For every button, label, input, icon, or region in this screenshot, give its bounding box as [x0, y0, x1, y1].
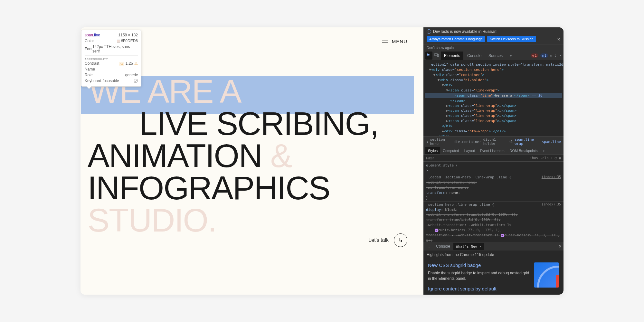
hero-heading: WE ARE A LIVE SCRIBING, ANIMATION & INFO… [81, 76, 423, 237]
device-icon[interactable]: ▢ [555, 156, 557, 160]
tabs-overflow-icon[interactable]: » [507, 52, 515, 60]
styles-filter-bar: :hov .cls + ▢ ▣ [423, 155, 564, 162]
svg-rect-0 [435, 53, 437, 56]
hero-section: WE ARE A LIVE SCRIBING, ANIMATION & INFO… [81, 76, 423, 237]
tooltip-color-value: #F0DED6 [121, 39, 138, 43]
banner-dont-show[interactable]: Don't show again [423, 44, 564, 51]
news-image [534, 262, 559, 288]
drawer-tab-whatsnew[interactable]: What's New× [453, 243, 484, 250]
error-count-badge[interactable]: ⊗1 [531, 53, 538, 58]
cta-label: Let's talk [368, 237, 389, 243]
tab-sources[interactable]: Sources [485, 52, 506, 60]
devtools-drawer: ⋮ Console What's New× × Highlights from … [423, 242, 564, 295]
devtools-main-tabs: Elements Console Sources » ⊗1 ▮1 ⚙ ⋮ × [423, 51, 564, 60]
a11y-contrast-label: Contrast [85, 61, 99, 66]
banner-switch-button[interactable]: Switch DevTools to Russian [487, 36, 536, 42]
arrow-icon: ↳ [394, 233, 407, 247]
news-desc-1: Enable the subgrid badge to inspect and … [428, 270, 530, 281]
whatsnew-highlights: Highlights from the Chrome 115 update [423, 251, 564, 259]
menu-label[interactable]: MENU [392, 39, 407, 44]
inspect-tool-icon[interactable] [425, 52, 432, 60]
hamburger-icon[interactable] [382, 41, 388, 43]
hero-line-5: STUDIO. [81, 204, 423, 237]
whatsnew-content: New CSS subgrid badge Enable the subgrid… [423, 259, 564, 295]
hero-line-3: ANIMATION & [81, 140, 423, 172]
hero-line-2: LIVE SCRIBING, [81, 108, 423, 140]
close-icon[interactable]: × [557, 36, 560, 42]
warning-icon: ⚠ [134, 61, 138, 66]
tooltip-class: .line [93, 33, 100, 37]
styles-pane[interactable]: element.style { } (index):35.loaded .sec… [423, 162, 564, 242]
a11y-name-label: Name [85, 67, 95, 71]
selected-dom-node: <span class="line">We are a </span>== $0 [425, 93, 562, 98]
settings-icon[interactable]: ⚙ [550, 53, 552, 58]
styles-filter-input[interactable] [426, 156, 530, 160]
banner-message: DevTools is now available in Russian! [433, 29, 497, 34]
news-title-2[interactable]: Ignore content scripts by default [428, 286, 530, 291]
new-rule-icon[interactable]: + [551, 156, 553, 160]
drawer-kebab-icon[interactable]: ⋮ [425, 244, 433, 249]
tab-layout[interactable]: Layout [462, 147, 478, 154]
tooltip-color-label: Color [85, 39, 94, 43]
dom-tree[interactable]: ection1" data-scroll-section-inview styl… [423, 60, 564, 136]
kebab-icon[interactable]: ⋮ [554, 53, 557, 58]
device-toggle-icon[interactable] [433, 53, 440, 58]
aa-badge-icon: Aa [119, 62, 124, 66]
info-icon: i [427, 29, 431, 34]
not-focusable-icon [134, 79, 138, 83]
tooltip-font-label: Font [85, 47, 92, 51]
tooltip-a11y-header: ACCESSIBILITY [85, 55, 138, 61]
tab-computed[interactable]: Computed [440, 147, 462, 154]
banner-match-button[interactable]: Always match Chrome's language [427, 36, 485, 42]
breadcrumb[interactable]: ◂ section-hero div.container div.h1-hold… [423, 136, 564, 147]
a11y-kbd-label: Keyboard-focusable [85, 79, 119, 83]
hero-line-4: INFOGRAPHICS [81, 172, 423, 204]
a11y-role-label: Role [85, 73, 93, 77]
color-swatch-icon [117, 40, 120, 43]
cta-lets-talk[interactable]: Let's talk ↳ [368, 233, 407, 247]
svg-rect-1 [437, 54, 439, 57]
devtools-pane: i DevTools is now available in Russian! … [423, 27, 564, 295]
inspect-tooltip: span.line 1158 × 132 Color #F0DED6 Font … [81, 30, 141, 87]
tab-event-listeners[interactable]: Event Listeners [478, 147, 507, 154]
hov-toggle[interactable]: :hov [530, 156, 538, 160]
tab-styles[interactable]: Styles [425, 147, 440, 154]
tooltip-font-value: 142px TTHoves, sans-serif [92, 44, 138, 53]
close-devtools-icon[interactable]: × [559, 53, 562, 58]
cls-toggle[interactable]: .cls [540, 156, 549, 160]
tooltip-dimensions: 1158 × 132 [118, 33, 138, 37]
close-tab-icon[interactable]: × [479, 244, 481, 249]
tab-elements[interactable]: Elements [441, 52, 463, 60]
styles-tabs-overflow-icon[interactable]: » [540, 147, 547, 154]
tooltip-tag: span [85, 33, 93, 37]
website-pane: MENU span.line 1158 × 132 Color #F0DED6 … [80, 27, 423, 295]
devtools-banner: i DevTools is now available in Russian! … [423, 27, 564, 44]
site-header: MENU [382, 39, 407, 44]
a11y-contrast-value: 1.25 [126, 61, 133, 66]
tab-console[interactable]: Console [464, 52, 485, 60]
close-drawer-icon[interactable]: × [559, 243, 562, 249]
news-title-1[interactable]: New CSS subgrid badge [428, 262, 530, 268]
tab-dom-breakpoints[interactable]: DOM Breakpoints [507, 147, 540, 154]
more-icon[interactable]: ▣ [559, 156, 561, 160]
issue-count-badge[interactable]: ▮1 [540, 53, 548, 58]
a11y-role-value: generic [125, 73, 138, 77]
styles-tabs: Styles Computed Layout Event Listeners D… [423, 147, 564, 155]
drawer-tab-console[interactable]: Console [433, 242, 453, 251]
